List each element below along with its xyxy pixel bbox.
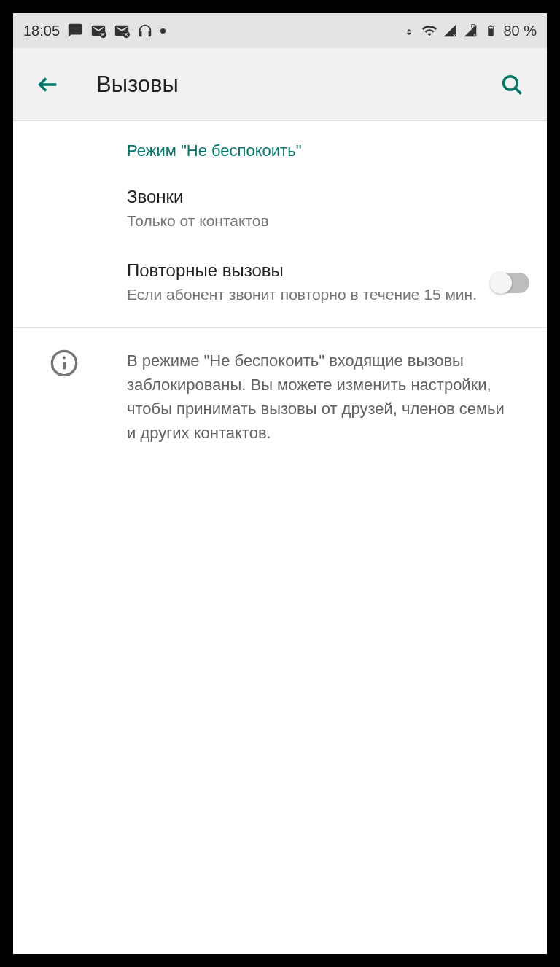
info-text: В режиме "Не беспокоить" входящие вызовы… bbox=[127, 349, 521, 445]
back-button[interactable] bbox=[31, 67, 66, 102]
svg-point-8 bbox=[504, 76, 517, 89]
svg-text:x: x bbox=[454, 32, 456, 38]
status-time: 18:05 bbox=[23, 23, 60, 39]
calls-subtitle: Только от контактов bbox=[127, 210, 529, 231]
status-right: x xR 80 % bbox=[401, 23, 537, 39]
battery-icon bbox=[483, 23, 499, 39]
arrow-back-icon bbox=[36, 72, 61, 97]
info-icon bbox=[50, 349, 79, 378]
signal-icon: x bbox=[442, 23, 458, 39]
search-button[interactable] bbox=[494, 67, 529, 102]
repeat-calls-content: Повторные вызовы Если абонент звонит пов… bbox=[127, 260, 480, 305]
svg-text:K: K bbox=[125, 32, 128, 37]
updown-icon bbox=[401, 23, 417, 39]
signal-r-icon: xR bbox=[462, 23, 478, 39]
wifi-icon bbox=[421, 23, 438, 39]
search-icon bbox=[499, 72, 524, 97]
svg-text:K: K bbox=[101, 32, 105, 37]
calls-item[interactable]: Звонки Только от контактов bbox=[13, 172, 547, 246]
status-dot-icon bbox=[160, 28, 166, 34]
repeat-calls-subtitle: Если абонент звонит повторно в течение 1… bbox=[127, 284, 480, 305]
content: Режим "Не беспокоить" Звонки Только от к… bbox=[13, 121, 547, 954]
svg-rect-7 bbox=[489, 27, 493, 29]
svg-text:R: R bbox=[471, 23, 475, 30]
mail-k-icon-2: K bbox=[114, 23, 130, 39]
section-header: Режим "Не беспокоить" bbox=[13, 121, 547, 172]
repeat-calls-switch[interactable] bbox=[491, 273, 529, 293]
svg-text:x: x bbox=[474, 31, 477, 38]
info-section: В режиме "Не беспокоить" входящие вызовы… bbox=[13, 328, 547, 465]
app-bar: Вызовы bbox=[13, 48, 547, 121]
repeat-calls-title: Повторные вызовы bbox=[127, 260, 480, 281]
screen: 18:05 K K x bbox=[13, 13, 547, 954]
chat-icon bbox=[67, 23, 83, 39]
switch-thumb bbox=[490, 272, 512, 294]
svg-point-11 bbox=[63, 356, 66, 359]
status-bar: 18:05 K K x bbox=[13, 13, 547, 48]
calls-item-content: Звонки Только от контактов bbox=[127, 187, 529, 231]
status-left: 18:05 K K bbox=[23, 23, 166, 39]
mail-k-icon: K bbox=[90, 23, 106, 39]
page-title: Вызовы bbox=[96, 71, 494, 98]
battery-percent: 80 % bbox=[503, 23, 537, 39]
repeat-calls-item[interactable]: Повторные вызовы Если абонент звонит пов… bbox=[13, 246, 547, 319]
calls-title: Звонки bbox=[127, 187, 529, 207]
headphones-icon bbox=[137, 23, 153, 39]
